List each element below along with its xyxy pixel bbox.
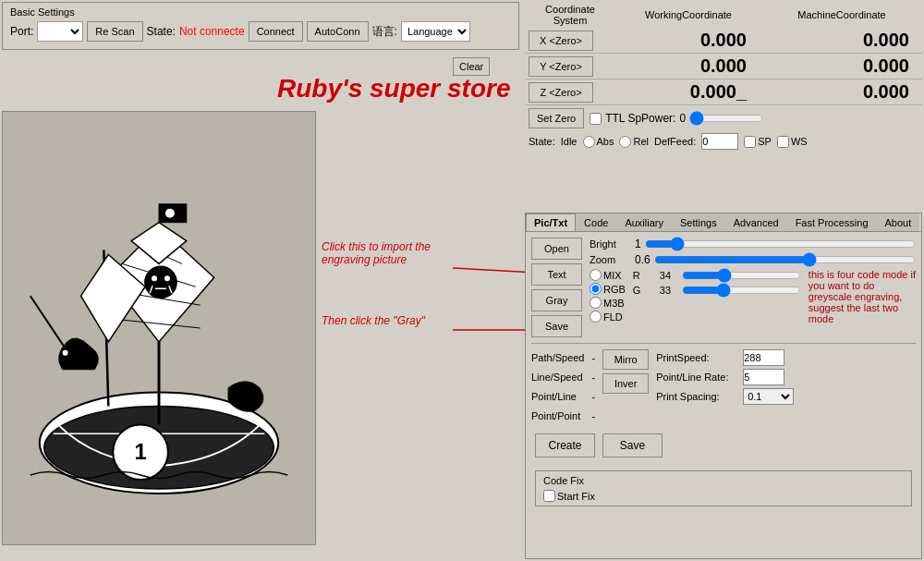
y-machine-value: 0.000 (760, 55, 918, 77)
coord-header: Coordinate System WorkingCoordinate Mach… (525, 2, 922, 28)
port-select[interactable] (37, 21, 83, 42)
set-zero-button[interactable]: Set Zero (529, 108, 584, 128)
r-slider[interactable] (682, 269, 801, 282)
m3b-radio-label: M3B (590, 297, 626, 309)
tab-panel: Pic/Txt Code Auxiliary Settings Advanced… (525, 213, 922, 559)
ttl-value: 0 (679, 112, 686, 125)
deffeed-label: DefFeed: (654, 136, 696, 147)
coord-system-label: Coordinate System (529, 4, 612, 26)
autoconn-button[interactable]: AutoConn (307, 21, 369, 42)
connect-button[interactable]: Connect (249, 21, 303, 42)
tab-fast-processing[interactable]: Fast Processing (787, 213, 877, 231)
open-button[interactable]: Open (531, 238, 582, 260)
sp-checkbox-label: SP (744, 136, 772, 148)
coord-row-z: Z <Zero> 0.000_ 0.000 (525, 79, 922, 105)
g-label: G (633, 285, 656, 296)
ttl-slider[interactable] (689, 111, 763, 126)
abs-radio[interactable] (583, 136, 595, 148)
print-spacing-select[interactable]: 0.1 0.2 0.5 (743, 388, 794, 405)
rel-radio[interactable] (619, 136, 631, 148)
annotation-gray: Then click the "Gray" (322, 314, 425, 327)
point-line-rate-label: Point/Line Rate: (656, 372, 739, 383)
bright-slider[interactable] (645, 238, 916, 250)
m3b-label: M3B (603, 298, 625, 309)
x-zero-button[interactable]: X <Zero> (529, 30, 593, 51)
rgb-radio[interactable] (590, 283, 602, 295)
coord-row-y: Y <Zero> 0.000 0.000 (525, 54, 922, 79)
sp-checkbox[interactable] (744, 136, 756, 148)
tab-bar: Pic/Txt Code Auxiliary Settings Advanced… (526, 213, 921, 232)
inver-button[interactable]: Inver (602, 373, 649, 394)
basic-settings-panel: Basic Settings Port: Re Scan State: Not … (2, 2, 519, 50)
save-button[interactable]: Save (531, 315, 582, 337)
x-machine-value: 0.000 (760, 30, 918, 51)
svg-line-24 (453, 268, 536, 273)
print-speed-row: PrintSpeed: (656, 349, 794, 366)
svg-point-16 (152, 275, 157, 281)
m3b-radio[interactable] (590, 297, 602, 309)
tab-auxiliary[interactable]: Auxiliary (616, 213, 672, 231)
deffeed-input[interactable] (701, 133, 738, 150)
g-slider[interactable] (682, 284, 801, 297)
gray-button[interactable]: Gray (531, 289, 582, 311)
x-working-value: 0.000 (597, 30, 756, 51)
working-coord-label: WorkingCoordinate (612, 9, 765, 20)
svg-point-22 (165, 209, 175, 218)
ttl-label: TTL SpPower: (605, 112, 675, 125)
point-point-dash: - (592, 408, 596, 424)
tab-about[interactable]: About (877, 213, 920, 231)
start-fix-checkbox[interactable] (543, 490, 555, 502)
ttl-checkbox[interactable] (590, 113, 602, 125)
mirror-button[interactable]: Mirro (602, 349, 649, 370)
z-zero-button[interactable]: Z <Zero> (529, 82, 593, 103)
annotation-import: Click this to import theengraving pictur… (322, 240, 431, 266)
basic-settings-row: Port: Re Scan State: Not connecte Connec… (10, 21, 511, 42)
rel-radio-label: Rel (619, 136, 649, 148)
g-row: G 33 (633, 284, 801, 297)
coordinate-panel: Coordinate System WorkingCoordinate Mach… (525, 2, 922, 152)
ttl-area: TTL SpPower: 0 (590, 111, 763, 126)
color-modes: MIX RGB M3B (590, 269, 626, 323)
print-speed-input[interactable] (743, 349, 784, 366)
set-zero-row: Set Zero TTL SpPower: 0 (525, 105, 922, 131)
start-fix-text: Start Fix (557, 491, 595, 502)
save2-button[interactable]: Save (602, 433, 663, 457)
tab-code[interactable]: Code (576, 213, 616, 231)
bright-row: Bright 1 (590, 238, 916, 250)
clear-button[interactable]: Clear (453, 57, 490, 76)
tab-pic-txt[interactable]: Pic/Txt (526, 213, 576, 231)
rescan-button[interactable]: Re Scan (87, 21, 142, 42)
zoom-value: 0.6 (635, 253, 650, 266)
separator (531, 343, 916, 344)
r-value: 34 (660, 270, 678, 281)
code-fix-title: Code Fix (543, 475, 904, 486)
ws-checkbox[interactable] (777, 136, 789, 148)
point-point-label: Point/Point (531, 408, 585, 424)
mix-label: MIX (603, 270, 622, 281)
language-select[interactable]: Language (401, 21, 470, 42)
color-mode-area: MIX RGB M3B (590, 269, 916, 324)
speed-inputs: - - - - (592, 349, 596, 424)
fld-radio[interactable] (590, 311, 602, 323)
basic-settings-title: Basic Settings (10, 6, 511, 18)
y-zero-button[interactable]: Y <Zero> (529, 56, 593, 77)
create-button[interactable]: Create (535, 433, 595, 457)
line-speed-dash: - (592, 369, 596, 385)
zoom-slider[interactable] (654, 253, 916, 266)
port-label: Port: (10, 25, 33, 38)
g-value: 33 (660, 285, 678, 296)
rgb-radio-label: RGB (590, 283, 626, 295)
mix-radio[interactable] (590, 269, 602, 281)
r-row: R 34 (633, 269, 801, 282)
canvas-area[interactable]: 1 (2, 111, 316, 545)
tab-settings[interactable]: Settings (672, 213, 725, 231)
pic-txt-content: Open Text Gray Save Bright 1 Zoom (531, 238, 916, 337)
mix-radio-label: MIX (590, 269, 626, 281)
text-button[interactable]: Text (531, 263, 582, 286)
print-settings: PrintSpeed: Point/Line Rate: Print Spaci… (656, 349, 794, 405)
tab-advanced[interactable]: Advanced (725, 213, 787, 231)
print-spacing-row: Print Spacing: 0.1 0.2 0.5 (656, 388, 794, 405)
point-line-rate-input[interactable] (743, 369, 784, 385)
bright-label: Bright (590, 238, 631, 250)
svg-point-20 (63, 350, 68, 356)
